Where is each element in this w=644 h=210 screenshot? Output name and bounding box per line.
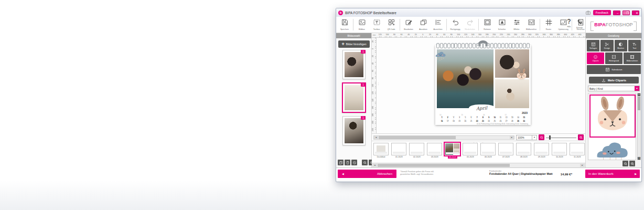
filmstrip-page[interactable]: 05.2023 bbox=[462, 143, 479, 163]
toolbar-button-textbox[interactable]: Textbox bbox=[369, 18, 384, 31]
ruler-number: 20 bbox=[412, 33, 420, 37]
scroll-up-arrow[interactable]: ▲ bbox=[638, 93, 640, 96]
thumb-zoom-out-button[interactable] bbox=[362, 160, 368, 165]
toolbar-button-sharpen[interactable]: Schärfen bbox=[495, 18, 509, 31]
image-icon bbox=[358, 18, 366, 28]
clipart-category-select[interactable]: Baby | Kind ▼ bbox=[588, 86, 640, 91]
tab-calendar[interactable]: Kalendarium bbox=[587, 65, 641, 74]
image-thumbnail[interactable]: 1 bbox=[342, 50, 366, 79]
filmstrip-page[interactable]: 04.2023 bbox=[444, 143, 461, 163]
image-thumbnail[interactable]: 1 bbox=[342, 82, 366, 113]
cloud-clipart-on-page[interactable] bbox=[434, 48, 447, 65]
toolbar-button-align[interactable]: Ausrichten bbox=[431, 18, 445, 31]
image-thumbnail[interactable]: 1 bbox=[342, 116, 366, 145]
filmstrip-label: 07.2023 bbox=[501, 156, 511, 159]
toolbar-button-redo[interactable]: Wiederholen bbox=[463, 18, 477, 31]
chevron-down-icon[interactable]: ▼ bbox=[532, 135, 536, 140]
ruler-number: 20 bbox=[426, 33, 434, 37]
page-filmstrip: Deckblatt 01.2023 02.2023 03.2023 04.202… bbox=[372, 141, 585, 163]
filmstrip-page[interactable]: 02.2023 bbox=[409, 143, 425, 163]
tab-bg[interactable]: Hintergrund bbox=[605, 52, 622, 64]
scroll-right-arrow[interactable]: ► bbox=[580, 164, 585, 167]
toolbar-button-adjust[interactable]: Bildkorrektur bbox=[524, 18, 539, 31]
feedback-button[interactable]: Feedback bbox=[593, 10, 611, 15]
zoom-slider[interactable] bbox=[546, 135, 576, 140]
filmstrip-page[interactable]: Deckblatt bbox=[373, 143, 390, 163]
used-images-button[interactable] bbox=[338, 160, 344, 165]
photo-bedroom[interactable] bbox=[495, 79, 529, 108]
design-canvas[interactable]: April 2023 14151617 Sa1So2Mo3Di4Mi5Do6Fr… bbox=[377, 38, 585, 133]
camera-icon[interactable] bbox=[585, 10, 591, 16]
filmstrip-page[interactable]: 06.2023 bbox=[480, 143, 497, 163]
align-icon bbox=[434, 18, 442, 28]
scrollbar-handle[interactable] bbox=[379, 136, 456, 139]
toolbar-button-arrange[interactable]: Anordnen bbox=[416, 18, 431, 31]
close-button[interactable]: ✕ bbox=[632, 10, 639, 15]
calendar-day: Do20 bbox=[463, 120, 468, 123]
scroll-left-arrow[interactable]: ◄ bbox=[374, 136, 378, 139]
more-cliparts-button[interactable]: Mehr Cliparts bbox=[589, 77, 639, 83]
zoom-in-button[interactable] bbox=[578, 134, 584, 140]
toolbar-button-undo[interactable]: Rückgängig bbox=[448, 18, 463, 31]
ruler-number: 100 bbox=[384, 33, 391, 37]
sharpen-icon bbox=[498, 18, 506, 28]
filmstrip-page[interactable]: 07.2023 bbox=[498, 143, 514, 163]
design-tabs-row3: Kalendarium bbox=[587, 65, 641, 74]
maximize-button[interactable]: ❐ bbox=[622, 10, 630, 15]
toolbar-button-qr[interactable]: QR-Code bbox=[384, 18, 399, 31]
delete-image-button[interactable] bbox=[345, 160, 350, 165]
toolbar: Speichern Bildbox Textbox QR-Code Bearbe… bbox=[336, 17, 585, 33]
toolbar-button-grid[interactable]: Raster bbox=[541, 18, 556, 31]
canvas-horizontal-scrollbar[interactable]: ◄ ► bbox=[373, 135, 514, 140]
filmstrip-page[interactable]: 09.2023 bbox=[533, 143, 550, 163]
clipart-bunny[interactable] bbox=[589, 94, 636, 138]
ruler-number: 120 bbox=[462, 33, 469, 37]
filmstrip-scrollbar[interactable]: ◄ ► bbox=[372, 163, 585, 167]
contact-button[interactable]: Kontakt bbox=[573, 18, 586, 29]
zoom-out-button[interactable] bbox=[539, 134, 544, 140]
calendar-page[interactable]: April 2023 14151617 Sa1So2Mo3Di4Mi5Do6Fr… bbox=[435, 45, 531, 125]
bunny-clipart-on-page[interactable] bbox=[515, 68, 528, 81]
panel-splitter-handle[interactable] bbox=[377, 83, 380, 85]
filmstrip-page[interactable]: 01.2023 bbox=[391, 143, 407, 163]
hide-used-button[interactable] bbox=[351, 160, 357, 165]
tab-pframe[interactable]: Bilderrahmen bbox=[624, 52, 641, 64]
scroll-left-arrow[interactable]: ◄ bbox=[372, 164, 377, 167]
clipart-cloud[interactable] bbox=[590, 139, 634, 160]
zoom-slider-handle[interactable] bbox=[549, 135, 551, 140]
scrollbar-handle[interactable] bbox=[378, 164, 510, 167]
toolbar-button-image[interactable]: Bildbox bbox=[355, 18, 369, 31]
tab-texttool[interactable]: Text bbox=[628, 40, 641, 51]
clipart-scrollbar[interactable]: ▲ ▼ bbox=[637, 93, 641, 160]
add-images-button[interactable]: + Bilder hinzufügen bbox=[338, 40, 370, 48]
tab-layout[interactable]: Vorlagen bbox=[587, 40, 599, 51]
toolbar-button-frame[interactable]: Rahmen bbox=[480, 18, 495, 31]
calendar-day: So2 bbox=[445, 116, 450, 119]
cancel-button[interactable]: Abbrechen bbox=[338, 170, 396, 178]
title-bar[interactable]: b BIPA FOTOSHOP Bestellsoftware Feedback… bbox=[336, 8, 641, 17]
tab-scissors[interactable]: Design bbox=[600, 40, 613, 51]
scroll-right-arrow[interactable]: ► bbox=[510, 136, 514, 139]
zoom-level-select[interactable]: 100% ▼ bbox=[516, 135, 537, 140]
add-to-cart-button[interactable]: In den Warenkorb bbox=[585, 170, 640, 178]
filmstrip-page[interactable]: 03.2023 bbox=[426, 143, 443, 163]
filmstrip-page[interactable]: 10.2023 bbox=[551, 143, 568, 163]
ruler-number: 120 bbox=[377, 33, 384, 37]
scrollbar-handle[interactable] bbox=[638, 97, 640, 110]
chevron-down-icon[interactable]: ▼ bbox=[635, 86, 639, 91]
filmstrip-page[interactable]: 08.2023 bbox=[516, 143, 532, 163]
calendar-day: Sa8 bbox=[480, 116, 486, 119]
scroll-down-arrow[interactable]: ▼ bbox=[638, 157, 640, 160]
filmstrip-page[interactable]: 11.2023 bbox=[569, 143, 586, 163]
frame-icon bbox=[484, 18, 491, 28]
toolbar-button-effects[interactable]: Effekte bbox=[509, 18, 524, 31]
clipart-zoom-out-button[interactable] bbox=[622, 161, 628, 166]
tab-mask[interactable]: Masken bbox=[615, 40, 627, 51]
toolbar-button-edit[interactable]: Bearbeiten bbox=[401, 18, 416, 31]
app-window: b BIPA FOTOSHOP Bestellsoftware Feedback… bbox=[336, 8, 642, 182]
clipart-zoom-in-button[interactable] bbox=[629, 161, 635, 166]
minimize-button[interactable]: – bbox=[613, 10, 620, 15]
filmstrip-label: 05.2023 bbox=[466, 156, 475, 159]
toolbar-button-save[interactable]: Speichern bbox=[337, 18, 352, 31]
tab-clipart[interactable]: Cliparts bbox=[587, 52, 604, 64]
